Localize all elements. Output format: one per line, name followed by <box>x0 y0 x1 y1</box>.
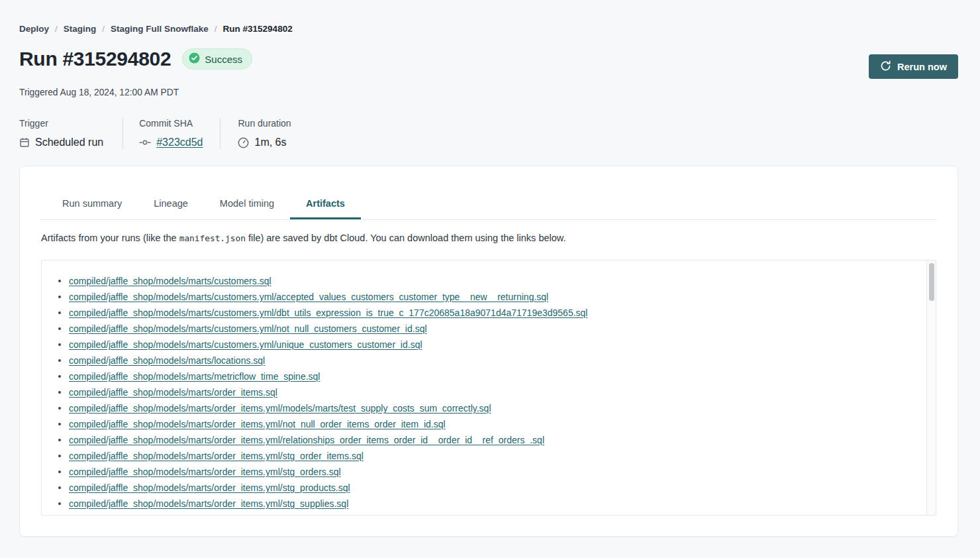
tab-model-timing[interactable]: Model timing <box>204 198 290 219</box>
artifact-list-item: compiled/jaffle_shop/models/marts/order_… <box>42 400 936 416</box>
page-title: Run #315294802 <box>19 48 171 70</box>
clock-icon <box>238 137 249 148</box>
artifact-list-item: compiled/jaffle_shop/models/marts/custom… <box>42 273 936 289</box>
run-meta-row: Trigger Scheduled run Commit SHA <box>19 118 958 149</box>
artifact-list-item: compiled/jaffle_shop/models/marts/order_… <box>42 384 936 400</box>
artifact-file-link[interactable]: compiled/jaffle_shop/models/marts/custom… <box>69 307 587 318</box>
commit-sha-label: Commit SHA <box>139 118 203 129</box>
artifact-list-item: compiled/jaffle_shop/models/marts/order_… <box>42 432 936 448</box>
artifact-list-item: compiled/jaffle_shop/models/marts/custom… <box>42 305 936 321</box>
manifest-json-code: manifest.json <box>179 233 246 243</box>
artifact-file-link[interactable]: compiled/jaffle_shop/models/marts/locati… <box>69 355 265 366</box>
meta-trigger: Trigger Scheduled run <box>19 118 122 149</box>
artifacts-description-text: file) are saved by dbt Cloud. You can do… <box>246 233 566 243</box>
tab-run-summary[interactable]: Run summary <box>46 198 138 219</box>
artifact-list-item: compiled/jaffle_shop/models/marts/locati… <box>42 353 936 368</box>
artifact-file-link[interactable]: compiled/jaffle_shop/models/marts/custom… <box>69 276 271 286</box>
artifact-file-link[interactable]: compiled/jaffle_shop/models/marts/order_… <box>69 514 441 516</box>
page-header: Run #315294802 Success Rerun now <box>19 48 958 79</box>
triggered-timestamp: Triggered Aug 18, 2024, 12:00 AM PDT <box>19 87 958 97</box>
run-detail-card: Run summary Lineage Model timing Artifac… <box>19 166 958 537</box>
run-detail-page: Deploy / Staging / Staging Full Snowflak… <box>0 0 980 537</box>
run-tabs: Run summary Lineage Model timing Artifac… <box>41 198 936 220</box>
artifact-list-item: compiled/jaffle_shop/models/marts/order_… <box>42 480 936 496</box>
artifact-list-item: compiled/jaffle_shop/models/marts/order_… <box>42 448 936 464</box>
git-commit-icon <box>139 138 151 147</box>
rerun-now-label: Rerun now <box>897 62 947 72</box>
artifact-list-item: compiled/jaffle_shop/models/marts/custom… <box>42 289 936 305</box>
breadcrumb-deploy[interactable]: Deploy <box>19 24 49 34</box>
run-duration-value: 1m, 6s <box>254 137 286 148</box>
artifact-list-item: compiled/jaffle_shop/models/marts/custom… <box>42 321 936 337</box>
commit-sha-link[interactable]: #323cd5d <box>156 137 203 148</box>
scrollbar-thumb[interactable] <box>929 263 934 301</box>
breadcrumb-separator: / <box>102 24 105 34</box>
artifact-file-link[interactable]: compiled/jaffle_shop/models/marts/order_… <box>69 451 364 461</box>
artifact-list-item: compiled/jaffle_shop/models/marts/order_… <box>42 416 936 432</box>
artifacts-description: Artifacts from your runs (like the manif… <box>41 231 936 245</box>
artifact-file-link[interactable]: compiled/jaffle_shop/models/marts/custom… <box>69 292 548 302</box>
breadcrumb-separator: / <box>215 24 217 34</box>
scrollbar-track[interactable] <box>926 260 936 515</box>
artifact-file-link[interactable]: compiled/jaffle_shop/models/marts/metric… <box>69 371 320 382</box>
artifact-list-item: compiled/jaffle_shop/models/marts/order_… <box>42 496 936 512</box>
breadcrumb-current-run: Run #315294802 <box>223 24 293 34</box>
breadcrumb-staging[interactable]: Staging <box>64 24 97 34</box>
artifact-file-link[interactable]: compiled/jaffle_shop/models/marts/order_… <box>69 498 348 509</box>
artifact-list-item: compiled/jaffle_shop/models/marts/order_… <box>42 464 936 480</box>
check-circle-icon <box>189 52 200 66</box>
run-duration-label: Run duration <box>238 118 291 129</box>
trigger-label: Trigger <box>19 118 103 129</box>
artifact-file-link[interactable]: compiled/jaffle_shop/models/marts/order_… <box>69 467 341 477</box>
trigger-value: Scheduled run <box>35 137 103 148</box>
artifact-file-link[interactable]: compiled/jaffle_shop/models/marts/custom… <box>69 323 427 334</box>
artifacts-file-panel: compiled/jaffle_shop/models/marts/custom… <box>41 260 936 516</box>
artifacts-file-list: compiled/jaffle_shop/models/marts/custom… <box>42 260 936 516</box>
status-label: Success <box>205 54 242 65</box>
rerun-now-button[interactable]: Rerun now <box>869 54 958 79</box>
meta-duration: Run duration 1m, 6s <box>220 118 291 149</box>
meta-commit: Commit SHA #323cd5d <box>122 118 220 149</box>
artifact-list-item: compiled/jaffle_shop/models/marts/metric… <box>42 368 936 384</box>
artifact-list-item: compiled/jaffle_shop/models/marts/order_… <box>42 512 936 516</box>
artifact-file-link[interactable]: compiled/jaffle_shop/models/marts/order_… <box>69 435 544 445</box>
tab-lineage[interactable]: Lineage <box>138 198 204 219</box>
artifact-file-link[interactable]: compiled/jaffle_shop/models/marts/order_… <box>69 403 491 414</box>
breadcrumb: Deploy / Staging / Staging Full Snowflak… <box>19 24 958 34</box>
breadcrumb-job[interactable]: Staging Full Snowflake <box>111 24 209 34</box>
artifact-file-link[interactable]: compiled/jaffle_shop/models/marts/order_… <box>69 387 277 398</box>
artifacts-description-text: Artifacts from your runs (like the <box>41 233 179 243</box>
artifact-file-link[interactable]: compiled/jaffle_shop/models/marts/order_… <box>69 482 350 493</box>
refresh-icon <box>880 60 891 74</box>
status-badge: Success <box>182 48 252 70</box>
calendar-icon <box>19 137 30 148</box>
artifact-file-link[interactable]: compiled/jaffle_shop/models/marts/custom… <box>69 339 422 350</box>
artifact-list-item: compiled/jaffle_shop/models/marts/custom… <box>42 337 936 353</box>
breadcrumb-separator: / <box>55 24 58 34</box>
artifact-file-link[interactable]: compiled/jaffle_shop/models/marts/order_… <box>69 419 446 429</box>
tab-artifacts[interactable]: Artifacts <box>290 198 361 219</box>
